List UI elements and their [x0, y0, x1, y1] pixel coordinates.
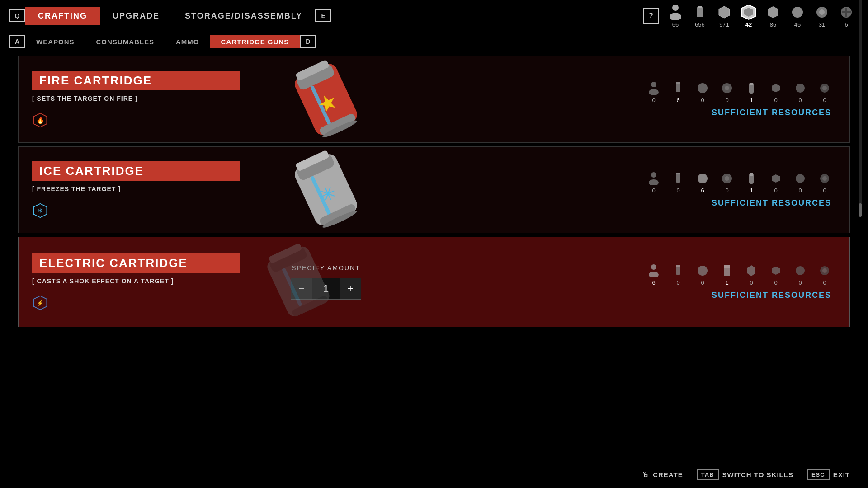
exit-action[interactable]: ESC EXIT — [807, 469, 850, 480]
ice-res-2: 6 — [696, 172, 709, 194]
elec-res-icon-2 — [696, 264, 709, 277]
svg-point-45 — [651, 172, 656, 178]
key-d[interactable]: D — [300, 35, 316, 48]
fire-cartridge-icon-badge: 🔥 — [32, 112, 240, 128]
resource-6-count: 45 — [794, 21, 801, 28]
electric-cartridge-card[interactable]: ELECTRIC CARTRIDGE [ CASTS A SHOK EFFECT… — [18, 237, 850, 327]
ice-res-5: 0 — [769, 172, 783, 194]
elec-res-5: 0 — [769, 264, 783, 286]
fire-res-icon-7 — [818, 81, 831, 95]
fire-resource-row: 0 6 0 0 — [647, 81, 831, 103]
ice-res-count-6: 0 — [798, 187, 802, 194]
create-action[interactable]: 🖱 CREATE — [642, 471, 683, 479]
cat-ammo[interactable]: AMMO — [165, 35, 210, 48]
svg-point-29 — [725, 86, 729, 90]
svg-rect-25 — [676, 83, 680, 92]
tab-crafting[interactable]: CRAFTING — [25, 7, 100, 25]
elec-res-4: 0 — [745, 264, 758, 286]
svg-point-55 — [796, 174, 805, 183]
ice-cartridge-card[interactable]: ICE CARTRIDGE [ FREEZES THE TARGET ] ❄ — [18, 146, 850, 233]
ice-resource-row: 0 0 6 0 1 — [647, 172, 831, 194]
fire-cartridge-image: ★ — [276, 59, 376, 140]
tab-upgrade[interactable]: UPGRADE — [100, 7, 172, 25]
electric-cartridge-icon-badge: ⚡ — [32, 295, 240, 311]
ice-res-count-7: 0 — [823, 187, 826, 194]
ice-cartridge-desc: [ FREEZES THE TARGET ] — [32, 185, 240, 192]
fire-res-count-3: 0 — [725, 97, 728, 103]
elec-res-icon-4 — [745, 264, 758, 277]
cat-cartridge-guns[interactable]: CARTRIDGE GUNS — [210, 35, 300, 48]
svg-rect-53 — [750, 173, 753, 176]
fire-res-4: 1 — [745, 81, 758, 103]
fire-res-7: 0 — [818, 81, 831, 103]
svg-point-35 — [822, 86, 827, 90]
svg-point-0 — [672, 5, 679, 11]
key-e[interactable]: E — [315, 9, 331, 22]
elec-res-3: 1 — [720, 264, 734, 286]
ice-cartridge-image: ✳ — [276, 149, 376, 230]
ice-res-count-3: 0 — [725, 187, 728, 194]
ice-res-1: 0 — [671, 172, 685, 194]
ice-cartridge-left: ICE CARTRIDGE [ FREEZES THE TARGET ] ❄ — [19, 149, 254, 231]
svg-point-1 — [670, 13, 681, 20]
elec-res-icon-6 — [793, 264, 807, 277]
cat-weapons[interactable]: WEAPONS — [25, 35, 85, 48]
svg-marker-72 — [747, 265, 755, 276]
ice-cartridge-name: ICE CARTRIDGE — [32, 161, 240, 181]
electric-resource-row: 6 0 0 1 0 — [647, 264, 831, 286]
fire-res-count-7: 0 — [823, 97, 826, 103]
svg-point-46 — [649, 179, 659, 185]
fire-cartridge-name: FIRE CARTRIDGE — [32, 71, 240, 90]
fire-res-1: 6 — [671, 81, 685, 103]
ice-res-count-0: 0 — [652, 187, 655, 194]
ice-res-count-4: 1 — [750, 187, 753, 194]
svg-marker-32 — [772, 84, 780, 92]
ice-cartridge-right: 0 0 6 0 1 — [398, 163, 849, 217]
svg-point-74 — [796, 266, 805, 275]
svg-rect-47 — [676, 174, 680, 183]
resource-7: 31 — [814, 4, 830, 28]
ice-res-count-5: 0 — [774, 187, 777, 194]
fire-res-6: 0 — [793, 81, 807, 103]
resource-5: 86 — [765, 4, 781, 28]
elec-res-count-0: 6 — [652, 279, 655, 286]
fire-cartridge-card[interactable]: FIRE CARTRIDGE [ SETS THE TARGET ON FIRE… — [18, 56, 850, 143]
electric-cartridge-name: ELECTRIC CARTRIDGE — [32, 253, 240, 273]
cat-consumables[interactable]: CONSUMABLES — [85, 35, 165, 48]
electric-cartridge-right: 6 0 0 1 0 — [398, 255, 849, 309]
switch-skills-action[interactable]: TAB SWITCH TO SKILLS — [697, 469, 793, 480]
tab-storage[interactable]: STORAGE/DISASSEMBLY — [172, 7, 315, 25]
fire-res-icon-2 — [696, 81, 709, 95]
resource-3: 971 — [716, 4, 732, 28]
elec-res-0: 6 — [647, 264, 660, 286]
elec-res-icon-5 — [769, 264, 783, 277]
ice-res-3: 0 — [720, 172, 734, 194]
svg-rect-67 — [676, 266, 680, 275]
electric-cartridge-left: ELECTRIC CARTRIDGE [ CASTS A SHOK EFFECT… — [19, 241, 254, 324]
svg-point-27 — [698, 83, 708, 93]
svg-rect-2 — [697, 7, 703, 17]
tab-key: TAB — [697, 469, 719, 480]
res3-icon — [716, 4, 732, 20]
fire-res-5: 0 — [769, 81, 783, 103]
electric-hex-icon: ⚡ — [32, 295, 48, 311]
elec-res-2: 0 — [696, 264, 709, 286]
svg-point-8 — [792, 7, 803, 18]
svg-point-24 — [649, 89, 659, 95]
help-button[interactable]: ? — [643, 8, 659, 24]
key-q[interactable]: Q — [9, 9, 25, 22]
svg-rect-13 — [842, 11, 851, 13]
svg-point-66 — [649, 272, 659, 277]
ice-res-icon-5 — [769, 172, 783, 185]
key-a[interactable]: A — [9, 35, 25, 48]
fire-cartridge-left: FIRE CARTRIDGE [ SETS THE TARGET ON FIRE… — [19, 58, 254, 141]
switch-skills-label: SWITCH TO SKILLS — [722, 471, 793, 479]
resource-4: 42 — [741, 4, 757, 28]
fire-res-icon-6 — [793, 81, 807, 95]
svg-text:❄: ❄ — [38, 207, 43, 214]
ice-res-6: 0 — [793, 172, 807, 194]
ice-res-icon-4 — [745, 172, 758, 185]
elec-res-count-5: 0 — [774, 279, 777, 286]
scroll-indicator[interactable] — [859, 0, 862, 217]
ice-res-icon-3 — [720, 172, 734, 185]
